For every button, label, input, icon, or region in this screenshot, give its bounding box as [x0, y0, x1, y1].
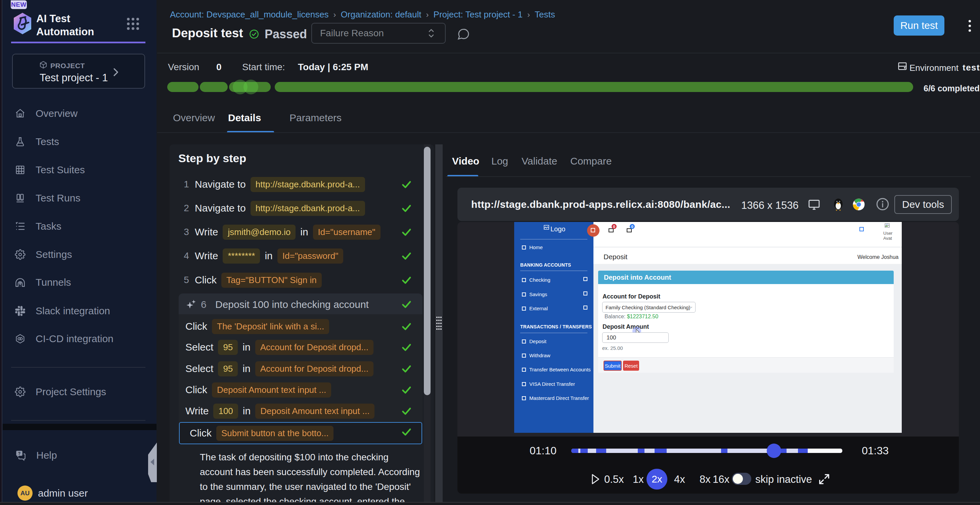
svg-text:?: ?	[18, 451, 21, 456]
